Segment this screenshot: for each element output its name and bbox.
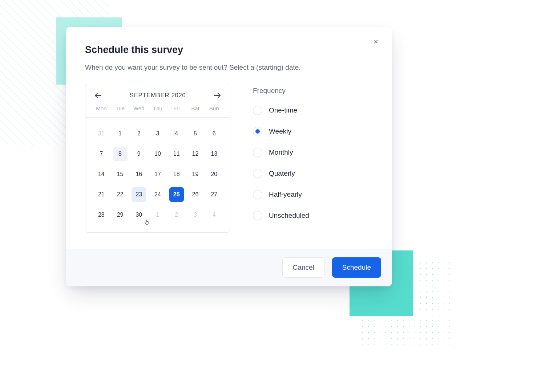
- calendar-day[interactable]: 27: [207, 187, 221, 202]
- frequency-panel: Frequency One-timeWeeklyMonthlyQuaterlyH…: [253, 84, 373, 233]
- frequency-option[interactable]: Unscheduled: [253, 211, 373, 220]
- calendar-day[interactable]: 12: [188, 147, 202, 161]
- modal-title: Schedule this survey: [85, 44, 373, 56]
- calendar-day[interactable]: 14: [94, 167, 109, 181]
- calendar-dow-label: Wed: [129, 105, 148, 111]
- frequency-option-label: Weekly: [269, 127, 291, 135]
- calendar-day[interactable]: 24: [150, 187, 165, 202]
- radio-icon: [253, 148, 262, 157]
- frequency-option-label: Quaterly: [269, 170, 295, 177]
- calendar-day[interactable]: 25: [169, 187, 184, 202]
- frequency-option[interactable]: One-time: [253, 106, 373, 115]
- frequency-option[interactable]: Quaterly: [253, 169, 373, 178]
- calendar-day-headers: MonTueWedThuFriSatSun: [85, 105, 230, 118]
- prev-month-button[interactable]: [93, 91, 103, 99]
- frequency-options: One-timeWeeklyMonthlyQuaterlyHalf-yearly…: [253, 106, 373, 220]
- calendar-day[interactable]: 20: [207, 167, 221, 181]
- calendar-day[interactable]: 3: [188, 208, 202, 222]
- calendar-day[interactable]: 16: [132, 167, 146, 181]
- frequency-option[interactable]: Weekly: [253, 127, 373, 136]
- next-month-button[interactable]: [213, 91, 222, 99]
- calendar-day[interactable]: 22: [113, 187, 128, 202]
- calendar-dow-label: Tue: [111, 105, 130, 111]
- calendar-month-label: SEPTEMBER 2020: [130, 92, 186, 99]
- frequency-option-label: Half-yearly: [269, 191, 302, 199]
- calendar-day[interactable]: 13: [207, 147, 221, 161]
- calendar-dow-label: Sun: [205, 105, 223, 111]
- calendar-day[interactable]: 15: [113, 167, 128, 181]
- frequency-option-label: Unscheduled: [269, 212, 309, 220]
- calendar-day[interactable]: 29: [113, 208, 128, 222]
- modal-subtitle: When do you want your survey to be sent …: [85, 64, 373, 72]
- calendar-day[interactable]: 11: [169, 147, 184, 161]
- frequency-option-label: One-time: [269, 106, 297, 114]
- calendar-day[interactable]: 9: [132, 147, 146, 161]
- calendar-day[interactable]: 4: [207, 208, 221, 222]
- radio-icon: [253, 169, 262, 178]
- calendar-dow-label: Mon: [92, 105, 111, 111]
- calendar-day[interactable]: 10: [150, 147, 165, 161]
- frequency-option[interactable]: Monthly: [253, 148, 373, 157]
- close-icon[interactable]: ×: [371, 35, 380, 49]
- arrow-left-icon: [95, 93, 101, 98]
- calendar-day[interactable]: 1: [150, 208, 165, 222]
- arrow-right-icon: [214, 93, 221, 98]
- frequency-title: Frequency: [253, 87, 373, 95]
- calendar-day[interactable]: 6: [207, 126, 221, 141]
- calendar-day[interactable]: 18: [169, 167, 184, 181]
- calendar-dow-label: Thu: [148, 105, 167, 111]
- radio-icon: [253, 211, 262, 220]
- calendar-day[interactable]: 8: [113, 147, 128, 161]
- calendar-day[interactable]: 2: [169, 208, 184, 222]
- schedule-survey-modal: × Schedule this survey When do you want …: [66, 27, 392, 286]
- calendar-dow-label: Sat: [186, 105, 205, 111]
- frequency-option-label: Monthly: [269, 148, 293, 156]
- calendar-day[interactable]: 26: [188, 187, 202, 202]
- cancel-button[interactable]: Cancel: [282, 257, 325, 278]
- calendar-day[interactable]: 3: [150, 126, 165, 141]
- calendar-day[interactable]: 23: [132, 187, 146, 202]
- frequency-option[interactable]: Half-yearly: [253, 190, 373, 199]
- radio-icon: [253, 106, 262, 115]
- radio-icon: [253, 190, 262, 199]
- calendar-day[interactable]: 21: [94, 187, 109, 202]
- calendar-day[interactable]: 31: [94, 126, 109, 141]
- calendar-day[interactable]: 4: [169, 126, 184, 141]
- calendar-day[interactable]: 5: [188, 126, 202, 141]
- calendar-grid: 3112345678910111213141516171819202122232…: [85, 118, 230, 232]
- calendar-day[interactable]: 1: [113, 126, 128, 141]
- calendar-dow-label: Fri: [167, 105, 186, 111]
- calendar-day[interactable]: 30: [132, 208, 146, 222]
- calendar-day[interactable]: 19: [188, 167, 202, 181]
- modal-footer: Cancel Schedule: [66, 249, 392, 286]
- calendar-day[interactable]: 7: [94, 147, 109, 161]
- schedule-button[interactable]: Schedule: [332, 257, 381, 278]
- radio-icon: [253, 127, 262, 136]
- calendar: SEPTEMBER 2020 MonTueWedThuFriSatSun 311…: [85, 84, 230, 233]
- modal-body: Schedule this survey When do you want yo…: [66, 27, 392, 249]
- calendar-day[interactable]: 2: [132, 126, 146, 141]
- calendar-day[interactable]: 17: [150, 167, 165, 181]
- calendar-day[interactable]: 28: [94, 208, 109, 222]
